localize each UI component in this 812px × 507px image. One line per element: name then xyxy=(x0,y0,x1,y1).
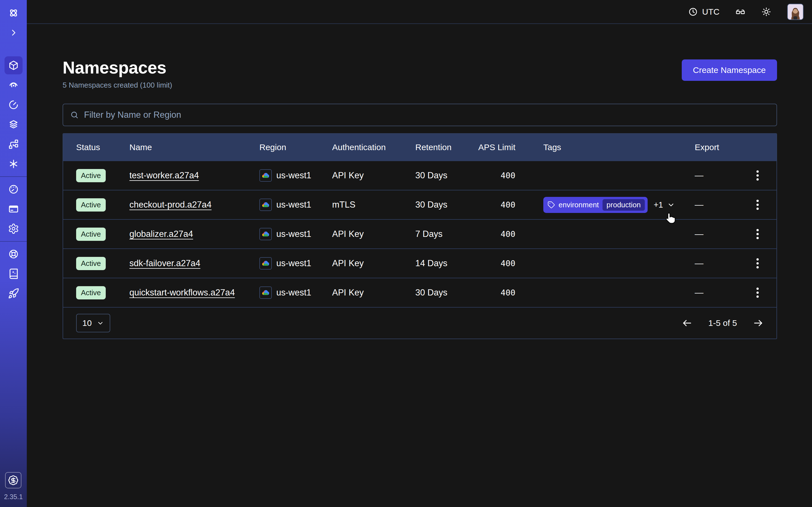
retention-value: 30 Days xyxy=(415,288,463,298)
pagination: 10 1-5 of 5 xyxy=(63,307,776,339)
arrow-right-icon[interactable] xyxy=(753,318,763,328)
gcp-cloud-icon xyxy=(259,257,272,270)
export-value: — xyxy=(695,200,752,210)
gear-icon[interactable] xyxy=(4,220,22,238)
col-status: Status xyxy=(76,143,130,152)
tags-more-count: +1 xyxy=(654,200,663,210)
table-row: Active sdk-failover.a27a4 us-west1 API K… xyxy=(63,248,776,278)
retention-value: 14 Days xyxy=(415,258,463,269)
region-label: us-west1 xyxy=(276,288,311,298)
status-badge: Active xyxy=(76,198,106,212)
page-size-select[interactable]: 10 xyxy=(76,314,110,332)
status-badge: Active xyxy=(76,286,106,299)
sidebar-divider xyxy=(0,176,27,177)
region-label: us-west1 xyxy=(276,229,311,239)
book-sparkles-icon[interactable] xyxy=(4,265,22,283)
chevron-down-icon xyxy=(667,201,675,209)
tag-value: production xyxy=(603,199,645,211)
export-value: — xyxy=(695,170,752,180)
namespace-link[interactable]: globalizer.a27a4 xyxy=(130,229,193,239)
topbar: UTC xyxy=(27,0,812,24)
aps-value: 400 xyxy=(463,200,515,210)
tag-pill[interactable]: environment production xyxy=(543,197,648,213)
pagination-range: 1-5 of 5 xyxy=(708,318,737,328)
sidebar: 2.35.1 xyxy=(0,0,27,507)
credit-card-icon[interactable] xyxy=(4,200,22,218)
table-row: Active globalizer.a27a4 us-west1 API Key… xyxy=(63,219,776,248)
temporal-logo-icon[interactable] xyxy=(4,4,22,22)
auth-value: mTLS xyxy=(332,200,415,210)
region-label: us-west1 xyxy=(276,258,311,269)
retention-value: 30 Days xyxy=(415,170,463,180)
search-input[interactable] xyxy=(84,110,770,120)
page-subtitle: 5 Namespaces created (100 limit) xyxy=(63,81,172,90)
create-namespace-button[interactable]: Create Namespace xyxy=(682,59,777,81)
auth-value: API Key xyxy=(332,229,415,239)
gcp-cloud-icon xyxy=(259,228,272,240)
col-export: Export xyxy=(695,143,752,152)
tag-key: environment xyxy=(559,201,599,209)
row-menu-kebab[interactable] xyxy=(754,168,761,183)
gauge-icon[interactable] xyxy=(4,180,22,198)
row-menu-kebab[interactable] xyxy=(754,285,761,300)
auth-value: API Key xyxy=(332,170,415,180)
row-menu-kebab[interactable] xyxy=(754,198,761,212)
search-icon xyxy=(70,110,79,119)
status-badge: Active xyxy=(76,257,106,270)
retention-value: 30 Days xyxy=(415,200,463,210)
lifebuoy-icon[interactable] xyxy=(4,245,22,263)
namespace-link[interactable]: test-worker.a27a4 xyxy=(130,170,199,180)
namespace-filter[interactable] xyxy=(63,104,777,126)
region-label: us-west1 xyxy=(276,200,311,210)
export-value: — xyxy=(695,258,752,269)
status-badge: Active xyxy=(76,228,106,241)
app-version: 2.35.1 xyxy=(4,493,23,501)
namespace-link[interactable]: quickstart-workflows.a27a4 xyxy=(130,288,235,297)
gcp-cloud-icon xyxy=(259,199,272,211)
glasses-icon[interactable] xyxy=(735,7,746,17)
row-menu-kebab[interactable] xyxy=(754,227,761,241)
col-aps-limit: APS Limit xyxy=(463,143,515,152)
col-name: Name xyxy=(130,143,259,152)
asterisk-icon[interactable] xyxy=(4,155,22,173)
timezone-selector[interactable]: UTC xyxy=(688,7,719,17)
aps-value: 400 xyxy=(463,171,515,180)
table-row: Active quickstart-workflows.a27a4 us-wes… xyxy=(63,278,776,307)
gcp-cloud-icon xyxy=(259,286,272,299)
table-header: Status Name Region Authentication Retent… xyxy=(63,134,776,161)
auth-value: API Key xyxy=(332,258,415,269)
chevron-right-icon[interactable] xyxy=(4,24,22,42)
namespace-link[interactable]: checkout-prod.a27a4 xyxy=(130,200,211,210)
tags-expand[interactable]: +1 xyxy=(654,200,675,210)
gcp-cloud-icon xyxy=(259,169,272,182)
row-menu-kebab[interactable] xyxy=(754,256,761,271)
clock-icon xyxy=(688,7,698,17)
aps-value: 400 xyxy=(463,259,515,268)
main-content: Namespaces 5 Namespaces created (100 lim… xyxy=(27,24,812,507)
status-badge: Active xyxy=(76,169,106,182)
cube-icon[interactable] xyxy=(4,56,22,74)
chevron-down-icon xyxy=(97,320,104,327)
timer-icon[interactable] xyxy=(4,96,22,114)
col-authentication: Authentication xyxy=(332,143,415,152)
col-region: Region xyxy=(259,143,332,152)
badge-dollar-icon[interactable] xyxy=(5,472,21,489)
retention-value: 7 Days xyxy=(415,229,463,239)
eye-spiral-icon[interactable] xyxy=(4,76,22,94)
branch-nodes-icon[interactable] xyxy=(4,135,22,153)
region-label: us-west1 xyxy=(276,170,311,180)
rocket-icon[interactable] xyxy=(4,284,22,302)
export-value: — xyxy=(695,288,752,298)
table-row: Active test-worker.a27a4 us-west1 API Ke… xyxy=(63,161,776,190)
timezone-label: UTC xyxy=(702,7,719,17)
namespace-link[interactable]: sdk-failover.a27a4 xyxy=(130,258,200,268)
sun-icon[interactable] xyxy=(761,7,771,17)
layers-icon[interactable] xyxy=(4,115,22,133)
aps-value: 400 xyxy=(463,288,515,297)
page-size-value: 10 xyxy=(82,318,92,328)
user-avatar[interactable] xyxy=(787,4,804,20)
auth-value: API Key xyxy=(332,288,415,298)
arrow-left-icon[interactable] xyxy=(682,318,693,328)
table-row: Active checkout-prod.a27a4 us-west1 mTLS… xyxy=(63,190,776,219)
namespaces-table: Status Name Region Authentication Retent… xyxy=(63,133,777,339)
